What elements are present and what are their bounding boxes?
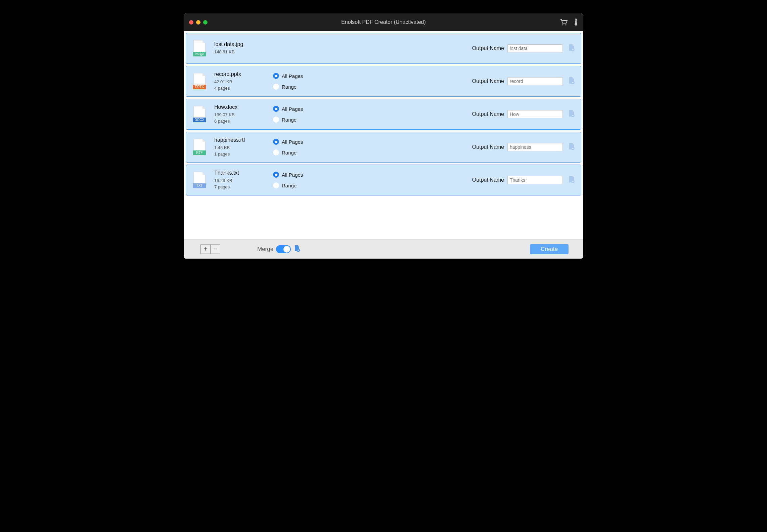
close-window-button[interactable] xyxy=(189,20,193,25)
svg-point-26 xyxy=(298,250,299,251)
merge-toggle[interactable] xyxy=(276,245,291,253)
page-range-group: All Pages Range xyxy=(273,73,357,90)
svg-point-12 xyxy=(572,82,574,83)
output-name-label: Output Name xyxy=(472,78,504,84)
thermometer-icon[interactable] xyxy=(574,18,578,26)
output-name-input[interactable] xyxy=(507,143,563,151)
merge-settings-icon[interactable] xyxy=(294,245,300,254)
minimize-window-button[interactable] xyxy=(196,20,200,25)
file-name: lost data.jpg xyxy=(214,41,273,47)
radio-indicator xyxy=(273,139,279,145)
file-row[interactable]: TXT Thanks.txt 19.29 KB 7 pages All Page… xyxy=(186,165,581,195)
all-pages-label: All Pages xyxy=(282,73,303,79)
file-type-icon: Image xyxy=(192,40,207,57)
file-name: record.pptx xyxy=(214,71,273,77)
file-type-icon: DOCX xyxy=(192,105,207,123)
range-option[interactable]: Range xyxy=(273,149,357,156)
output-group: Output Name xyxy=(472,110,575,119)
remove-file-button[interactable]: − xyxy=(210,245,220,254)
range-label: Range xyxy=(282,84,297,90)
file-name: How.docx xyxy=(214,104,273,110)
add-remove-group: + − xyxy=(200,245,220,254)
radio-indicator xyxy=(273,182,279,188)
file-info: happiness.rtf 1.45 KB 1 pages xyxy=(214,137,273,158)
radio-indicator xyxy=(273,149,279,156)
output-name-input[interactable] xyxy=(507,110,563,118)
svg-text:RTF: RTF xyxy=(196,151,202,154)
file-size: 42.01 KB xyxy=(214,79,273,85)
radio-indicator xyxy=(273,172,279,178)
svg-text:DOCX: DOCX xyxy=(195,118,205,122)
output-name-label: Output Name xyxy=(472,177,504,183)
merge-label: Merge xyxy=(257,246,273,253)
file-settings-icon[interactable] xyxy=(568,176,575,184)
all-pages-label: All Pages xyxy=(282,106,303,112)
output-name-label: Output Name xyxy=(472,45,504,51)
svg-rect-4 xyxy=(576,21,576,24)
range-option[interactable]: Range xyxy=(273,117,357,123)
file-pages: 7 pages xyxy=(214,184,273,190)
file-info: How.docx 199.07 KB 6 pages xyxy=(214,104,273,125)
svg-point-8 xyxy=(572,49,574,50)
file-info: Thanks.txt 19.29 KB 7 pages xyxy=(214,170,273,190)
all-pages-option[interactable]: All Pages xyxy=(273,172,357,178)
file-row[interactable]: RTF happiness.rtf 1.45 KB 1 pages All Pa… xyxy=(186,132,581,163)
create-button[interactable]: Create xyxy=(530,244,569,254)
all-pages-option[interactable]: All Pages xyxy=(273,106,357,112)
output-name-input[interactable] xyxy=(507,44,563,52)
file-name: Thanks.txt xyxy=(214,170,273,176)
file-pages: 4 pages xyxy=(214,85,273,92)
svg-point-20 xyxy=(572,148,574,149)
range-label: Range xyxy=(282,150,297,156)
range-option[interactable]: Range xyxy=(273,182,357,188)
range-label: Range xyxy=(282,117,297,123)
file-list: Image lost data.jpg 148.81 KB Output Nam… xyxy=(184,31,583,239)
file-size: 199.07 KB xyxy=(214,112,273,118)
output-name-input[interactable] xyxy=(507,176,563,184)
svg-point-0 xyxy=(562,24,563,25)
file-settings-icon[interactable] xyxy=(568,143,575,151)
file-type-icon: PPTX xyxy=(192,73,207,90)
svg-text:TXT: TXT xyxy=(196,184,203,187)
svg-text:Image: Image xyxy=(195,52,204,56)
file-row[interactable]: Image lost data.jpg 148.81 KB Output Nam… xyxy=(186,33,581,64)
file-type-icon: RTF xyxy=(192,138,207,156)
file-info: record.pptx 42.01 KB 4 pages xyxy=(214,71,273,92)
cart-icon[interactable] xyxy=(560,18,568,26)
svg-point-1 xyxy=(565,24,566,25)
all-pages-option[interactable]: All Pages xyxy=(273,73,357,79)
file-size: 148.81 KB xyxy=(214,49,273,55)
file-row[interactable]: PPTX record.pptx 42.01 KB 4 pages All Pa… xyxy=(186,66,581,97)
window-title: Enolsoft PDF Creator (Unactivated) xyxy=(184,19,583,25)
output-name-label: Output Name xyxy=(472,144,504,150)
file-row[interactable]: DOCX How.docx 199.07 KB 6 pages All Page… xyxy=(186,99,581,130)
output-group: Output Name xyxy=(472,77,575,86)
file-settings-icon[interactable] xyxy=(568,110,575,119)
output-name-input[interactable] xyxy=(507,77,563,85)
file-size: 1.45 KB xyxy=(214,144,273,151)
file-type-icon: TXT xyxy=(192,171,207,189)
radio-indicator xyxy=(273,84,279,90)
zoom-window-button[interactable] xyxy=(203,20,208,25)
range-label: Range xyxy=(282,183,297,188)
output-group: Output Name xyxy=(472,176,575,184)
svg-point-24 xyxy=(572,181,574,182)
all-pages-option[interactable]: All Pages xyxy=(273,139,357,145)
page-range-group: All Pages Range xyxy=(273,172,357,188)
radio-indicator xyxy=(273,106,279,112)
radio-indicator xyxy=(273,117,279,123)
range-option[interactable]: Range xyxy=(273,84,357,90)
page-range-group: All Pages Range xyxy=(273,106,357,123)
file-settings-icon[interactable] xyxy=(568,44,575,53)
file-size: 19.29 KB xyxy=(214,177,273,184)
page-range-group: All Pages Range xyxy=(273,139,357,156)
file-info: lost data.jpg 148.81 KB xyxy=(214,41,273,55)
file-name: happiness.rtf xyxy=(214,137,273,143)
file-settings-icon[interactable] xyxy=(568,77,575,86)
file-pages: 1 pages xyxy=(214,151,273,158)
add-file-button[interactable]: + xyxy=(200,245,211,254)
footer-bar: + − Merge Cr xyxy=(184,239,583,259)
output-group: Output Name xyxy=(472,143,575,151)
all-pages-label: All Pages xyxy=(282,139,303,145)
output-group: Output Name xyxy=(472,44,575,53)
